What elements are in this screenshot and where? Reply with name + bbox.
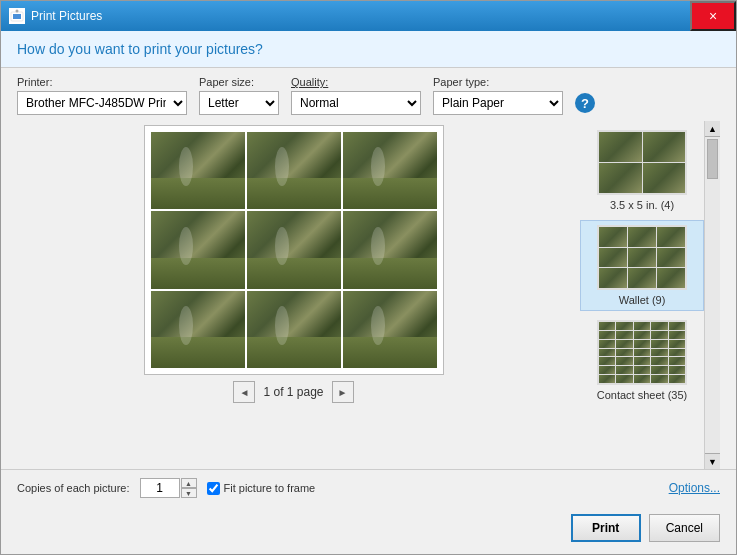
thumb-cell [651, 340, 667, 348]
paper-size-select[interactable]: Letter [199, 91, 279, 115]
thumb-cell [599, 268, 627, 288]
printer-group: Printer: Brother MFC-J485DW Printer [17, 76, 187, 115]
app-icon [9, 8, 25, 24]
spinner-buttons: ▲ ▼ [181, 478, 197, 498]
quality-select[interactable]: Normal [291, 91, 421, 115]
paper-type-select[interactable]: Plain Paper [433, 91, 563, 115]
scroll-down-button[interactable]: ▼ [705, 453, 720, 469]
photo-grid [144, 125, 444, 375]
close-button[interactable]: × [690, 1, 736, 31]
thumb-cell [634, 349, 650, 357]
thumb-cell [616, 322, 632, 330]
thumb-cell [599, 248, 627, 268]
thumbnails-list: 3.5 x 5 in. (4) Wallet [580, 121, 704, 469]
thumb-cell [599, 331, 615, 339]
thumb-cell [643, 163, 686, 193]
print-button[interactable]: Print [571, 514, 641, 542]
thumb-cell [628, 248, 656, 268]
thumb-cell [599, 340, 615, 348]
thumb-cell [651, 366, 667, 374]
photo-cell [343, 291, 437, 368]
cancel-button[interactable]: Cancel [649, 514, 720, 542]
header-question: How do you want to print your pictures? [17, 41, 263, 57]
preview-area: ◄ 1 of 1 page ► [17, 121, 570, 469]
photo-cell [343, 132, 437, 209]
thumb-preview-3x5 [597, 130, 687, 195]
thumb-cell [634, 322, 650, 330]
thumb-cell [657, 248, 685, 268]
photo-cell [247, 291, 341, 368]
thumb-cell [599, 132, 642, 162]
fit-checkbox-group: Fit picture to frame [207, 482, 316, 495]
thumb-cell [657, 227, 685, 247]
scroll-thumb[interactable] [707, 139, 718, 179]
thumb-cell [634, 340, 650, 348]
fit-checkbox[interactable] [207, 482, 220, 495]
action-buttons: Print Cancel [1, 506, 736, 554]
options-button[interactable]: Options... [669, 481, 720, 495]
help-button[interactable]: ? [575, 93, 595, 113]
copies-input[interactable] [140, 478, 180, 498]
copies-spinner: ▲ ▼ [140, 478, 197, 498]
thumb-cell [616, 357, 632, 365]
photo-row-2 [151, 211, 437, 288]
printer-select[interactable]: Brother MFC-J485DW Printer [17, 91, 187, 115]
svg-rect-1 [13, 14, 21, 19]
photo-row-1 [151, 132, 437, 209]
paper-type-group: Paper type: Plain Paper [433, 76, 563, 115]
svg-point-2 [16, 10, 19, 13]
thumb-cell [669, 375, 685, 383]
photo-cell [247, 132, 341, 209]
scroll-up-button[interactable]: ▲ [705, 121, 720, 137]
thumb-cell [651, 331, 667, 339]
page-indicator: 1 of 1 page [263, 385, 323, 399]
spinner-up-button[interactable]: ▲ [181, 478, 197, 488]
thumb-label-3x5: 3.5 x 5 in. (4) [610, 199, 674, 211]
thumb-cell [651, 375, 667, 383]
thumb-cell [616, 331, 632, 339]
photo-cell [343, 211, 437, 288]
page-nav: ◄ 1 of 1 page ► [233, 381, 353, 403]
photo-cell [247, 211, 341, 288]
thumb-cell [669, 349, 685, 357]
main-content: ◄ 1 of 1 page ► 3.5 x 5 in. (4) [1, 121, 736, 469]
thumb-cell [669, 357, 685, 365]
thumb-preview-wallet [597, 225, 687, 290]
copies-label: Copies of each picture: [17, 482, 130, 494]
paper-size-group: Paper size: Letter [199, 76, 279, 115]
thumb-cell [616, 349, 632, 357]
thumb-cell [669, 331, 685, 339]
main-window: Print Pictures × How do you want to prin… [0, 0, 737, 555]
window-title: Print Pictures [31, 9, 690, 23]
thumb-cell [651, 357, 667, 365]
spinner-down-button[interactable]: ▼ [181, 488, 197, 498]
thumb-cell [599, 375, 615, 383]
header-banner: How do you want to print your pictures? [1, 31, 736, 68]
photo-row-3 [151, 291, 437, 368]
photo-cell [151, 211, 245, 288]
paper-type-label: Paper type: [433, 76, 563, 88]
next-page-button[interactable]: ► [332, 381, 354, 403]
thumb-cell [628, 268, 656, 288]
thumb-cell [634, 366, 650, 374]
controls-row: Printer: Brother MFC-J485DW Printer Pape… [1, 68, 736, 121]
thumb-cell [616, 366, 632, 374]
thumb-cell [657, 268, 685, 288]
thumb-cell [599, 227, 627, 247]
quality-label: Quality: [291, 76, 421, 88]
scroll-track [705, 137, 720, 453]
scrollbar[interactable]: ▲ ▼ [704, 121, 720, 469]
thumbnail-item-3x5[interactable]: 3.5 x 5 in. (4) [580, 125, 704, 216]
photo-cell [151, 291, 245, 368]
thumb-label-contact: Contact sheet (35) [597, 389, 688, 401]
photo-cell [151, 132, 245, 209]
thumb-cell [669, 340, 685, 348]
thumbnail-item-wallet[interactable]: Wallet (9) [580, 220, 704, 311]
thumbnail-item-contact[interactable]: Contact sheet (35) [580, 315, 704, 406]
paper-size-label: Paper size: [199, 76, 279, 88]
thumb-cell [669, 322, 685, 330]
prev-page-button[interactable]: ◄ [233, 381, 255, 403]
thumb-cell [599, 349, 615, 357]
thumb-preview-contact [597, 320, 687, 385]
bottom-controls: Copies of each picture: ▲ ▼ Fit picture … [1, 469, 736, 506]
